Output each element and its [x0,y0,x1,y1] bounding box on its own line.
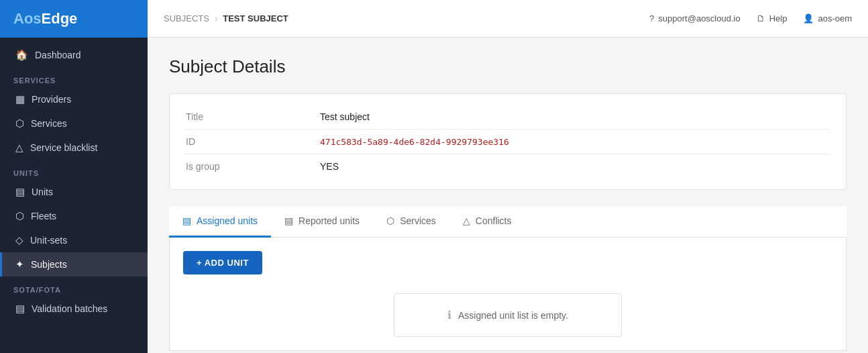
sidebar-item-dashboard[interactable]: 🏠 Dashboard [0,43,148,67]
support-link[interactable]: ? support@aoscloud.io [649,13,741,23]
detail-row-is-group: Is group YES [186,154,830,179]
user-link[interactable]: 👤 aos-oem [803,13,852,23]
sidebar-item-validation-batches[interactable]: ▤ Validation batches [0,297,148,321]
sidebar-section-units: UNITS [0,160,148,180]
breadcrumb-sep: › [215,13,217,23]
services-icon: ⬡ [15,117,24,130]
tab-reported-units-icon: ▤ [284,215,293,226]
sidebar-item-subjects[interactable]: ✦ Subjects [0,252,148,276]
subject-details-card: Title Test subject ID 471c583d-5a89-4de6… [169,93,847,190]
topbar: AosEdge SUBJECTS › TEST SUBJECT ? suppor… [0,0,868,38]
tab-reported-units-label: Reported units [299,215,360,226]
logo-aos: Aos [13,10,42,27]
unit-sets-icon: ◇ [15,234,23,246]
help-label: Help [769,13,788,23]
layout: 🏠 Dashboard SERVICES ▦ Providers ⬡ Servi… [0,38,868,353]
breadcrumb: SUBJECTS › TEST SUBJECT [164,13,288,23]
logo: AosEdge [0,0,148,38]
tab-reported-units[interactable]: ▤ Reported units [271,206,373,238]
user-name: aos-oem [818,13,852,23]
user-icon: 👤 [803,13,814,23]
label-is-group: Is group [186,161,320,172]
breadcrumb-subjects[interactable]: SUBJECTS [164,13,209,23]
value-title: Test subject [320,111,370,122]
help-icon: 🗋 [757,13,765,23]
detail-row-id: ID 471c583d-5a89-4de6-82d4-9929793ee316 [186,130,830,154]
sidebar-item-service-blacklist[interactable]: △ Service blacklist [0,136,148,160]
breadcrumb-current: TEST SUBJECT [223,13,288,23]
sidebar-section-sota-fota: SOTA/FOTA [0,276,148,297]
tab-conflicts-label: Conflicts [476,215,512,226]
tabs-bar: ▤ Assigned units ▤ Reported units ⬡ Serv… [169,206,847,238]
sidebar-label-subjects: Subjects [31,259,67,270]
sidebar-label-providers: Providers [32,94,71,105]
logo-edge: Edge [42,10,78,27]
tab-services[interactable]: ⬡ Services [373,206,449,238]
sidebar-label-fleets: Fleets [31,211,56,221]
units-icon: ▤ [15,186,25,198]
sidebar-label-service-blacklist: Service blacklist [30,142,97,153]
empty-message: Assigned unit list is empty. [458,310,568,321]
tab-services-label: Services [400,215,436,226]
topbar-right: ? support@aoscloud.io 🗋 Help 👤 aos-oem [649,13,852,23]
tab-assigned-units-label: Assigned units [197,215,258,226]
sidebar: 🏠 Dashboard SERVICES ▦ Providers ⬡ Servi… [0,38,148,353]
logo-text: AosEdge [13,10,77,28]
value-is-group: YES [320,161,339,172]
main-content: Subject Details Title Test subject ID 47… [148,38,868,353]
empty-state: ℹ Assigned unit list is empty. [394,293,622,337]
tab-assigned-units-icon: ▤ [182,215,191,226]
tab-conflicts-icon: △ [463,215,470,226]
add-unit-button[interactable]: + ADD UNIT [183,251,262,274]
providers-icon: ▦ [15,93,25,105]
support-icon: ? [649,13,654,23]
tab-assigned-units[interactable]: ▤ Assigned units [169,206,271,238]
detail-row-title: Title Test subject [186,105,830,130]
subjects-icon: ✦ [15,258,24,270]
sidebar-label-dashboard: Dashboard [35,50,81,60]
service-blacklist-icon: △ [15,142,23,154]
tab-conflicts[interactable]: △ Conflicts [449,206,525,238]
label-id: ID [186,136,320,147]
sidebar-item-services[interactable]: ⬡ Services [0,111,148,136]
page-title: Subject Details [169,56,847,77]
dashboard-icon: 🏠 [15,49,28,61]
sidebar-label-unit-sets: Unit-sets [30,235,67,246]
sidebar-label-units: Units [32,187,53,197]
sidebar-item-unit-sets[interactable]: ◇ Unit-sets [0,228,148,252]
support-email: support@aoscloud.io [658,13,740,23]
validation-batches-icon: ▤ [15,303,25,315]
help-link[interactable]: 🗋 Help [757,13,788,23]
info-icon: ℹ [447,309,451,321]
tab-services-icon: ⬡ [386,215,394,226]
sidebar-label-services: Services [31,118,67,129]
label-title: Title [186,111,320,122]
value-id: 471c583d-5a89-4de6-82d4-9929793ee316 [320,137,509,147]
sidebar-item-units[interactable]: ▤ Units [0,180,148,204]
tab-content-assigned-units: + ADD UNIT ℹ Assigned unit list is empty… [169,238,847,351]
fleets-icon: ⬡ [15,210,24,222]
sidebar-item-fleets[interactable]: ⬡ Fleets [0,204,148,228]
sidebar-item-providers[interactable]: ▦ Providers [0,87,148,111]
sidebar-label-validation-batches: Validation batches [32,303,107,314]
sidebar-section-services: SERVICES [0,67,148,87]
